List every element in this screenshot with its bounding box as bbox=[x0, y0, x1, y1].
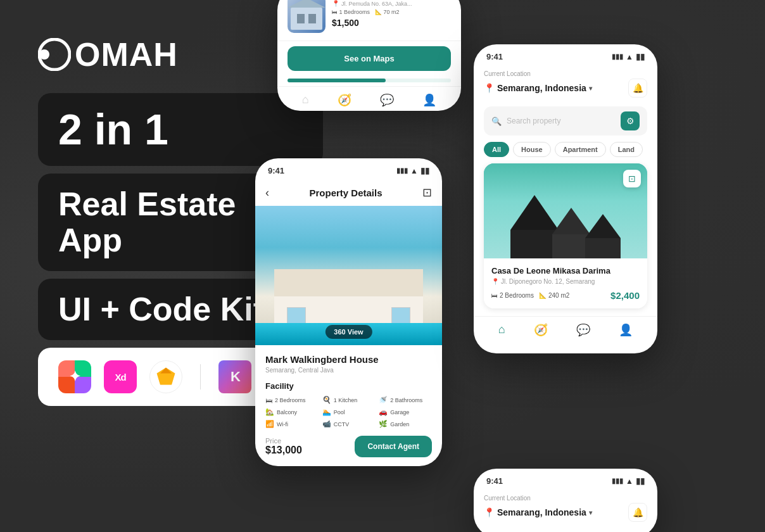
property-address: 📍 Jl. Diponegoro No. 12, Semarang bbox=[491, 278, 640, 285]
detail-prop-location: Semarang, Central Java bbox=[265, 367, 432, 374]
svg-rect-17 bbox=[297, 14, 305, 23]
filter-tab-all[interactable]: All bbox=[484, 142, 509, 157]
property-address-text: Jl. Diponegoro No. 12, Semarang bbox=[501, 278, 595, 285]
top-prop-address-text: Jl. Pemuda No. 63A, Jaka... bbox=[341, 1, 412, 7]
logo-text: OMAH bbox=[75, 38, 178, 71]
filter-button[interactable]: ⚙ bbox=[621, 111, 640, 130]
save-header-button[interactable]: ⊡ bbox=[422, 186, 432, 200]
facility-cctv: 📹 CCTV bbox=[322, 420, 376, 428]
svg-rect-18 bbox=[308, 14, 316, 23]
xd-icon: Xd bbox=[104, 360, 137, 393]
logo-icon bbox=[38, 38, 71, 71]
filter-tab-house[interactable]: House bbox=[513, 142, 551, 157]
battery-right-bottom-icon: ▮▮ bbox=[636, 476, 645, 486]
phones-area: 📍 Jl. Pemuda No. 63A, Jaka... 🛏 1 Bedroo… bbox=[195, 0, 765, 532]
facility-title: Facility bbox=[265, 381, 432, 391]
top-prop-bedrooms: 1 Bedrooms bbox=[339, 9, 370, 15]
detail-property-image: 360 View bbox=[255, 206, 442, 345]
home-nav-right-top-icon[interactable]: ⌂ bbox=[498, 323, 505, 337]
facility-bathrooms: 🚿 2 Bathrooms bbox=[379, 396, 432, 404]
facility-balcony: 🏡 Balcony bbox=[265, 408, 319, 416]
wifi-right-top-icon: ▲ bbox=[626, 53, 633, 61]
see-maps-button[interactable]: See on Maps bbox=[288, 46, 451, 71]
size-meta: 📐 240 m2 bbox=[539, 292, 569, 299]
search-placeholder: Search property bbox=[507, 117, 616, 125]
signal-icon: ▮▮▮ bbox=[396, 167, 408, 175]
price-amount: $13,000 bbox=[265, 445, 302, 456]
status-bar-right-top: 9:41 ▮▮▮ ▲ ▮▮ bbox=[474, 44, 657, 65]
phone-right-top: 9:41 ▮▮▮ ▲ ▮▮ Current Location 📍 Semaran… bbox=[474, 44, 657, 353]
location-name-bottom-text: Semarang, Indonesia bbox=[497, 507, 586, 517]
prop-detail-header: ‹ Property Details ⊡ bbox=[255, 179, 442, 206]
top-prop-price: $1,500 bbox=[332, 18, 451, 28]
top-property-item: 📍 Jl. Pemuda No. 63A, Jaka... 🛏 1 Bedroo… bbox=[277, 0, 461, 41]
location-chevron-icon: ▾ bbox=[589, 85, 592, 92]
current-location-label-bottom: Current Location bbox=[484, 495, 647, 502]
profile-nav-right-top-icon[interactable]: 👤 bbox=[619, 323, 633, 337]
property-card-right-top: ⊡ Casa De Leone Mikasa Darima 📍 Jl. Dipo… bbox=[484, 163, 647, 308]
phone-right-top-header: Current Location 📍 Semarang, Indonesia ▾… bbox=[474, 65, 657, 100]
property-info: Casa De Leone Mikasa Darima 📍 Jl. Dipone… bbox=[484, 258, 647, 308]
chat-nav-icon[interactable]: 💬 bbox=[380, 93, 394, 107]
svg-rect-15 bbox=[291, 8, 322, 30]
explore-nav-icon[interactable]: 🧭 bbox=[338, 93, 351, 107]
filter-tabs: All House Apartment Land bbox=[474, 142, 657, 157]
bottom-nav-top-mid: ⌂ 🧭 💬 👤 bbox=[277, 86, 461, 111]
current-location-label: Current Location bbox=[484, 70, 647, 77]
facility-bedrooms: 🛏 2 Bedrooms bbox=[265, 396, 319, 404]
facility-pool: 🏊 Pool bbox=[322, 408, 376, 416]
location-name-text: Semarang, Indonesia bbox=[497, 83, 586, 93]
price-section: Price $13,000 Contact Agent bbox=[265, 436, 432, 457]
filter-tab-land[interactable]: Land bbox=[610, 142, 643, 157]
price-label: Price bbox=[265, 437, 302, 445]
facility-grid: 🛏 2 Bedrooms 🍳 1 Kitchen 🚿 2 Bathrooms 🏡… bbox=[265, 396, 432, 428]
phone-top-mid: 📍 Jl. Pemuda No. 63A, Jaka... 🛏 1 Bedroo… bbox=[277, 0, 461, 111]
view-360-label[interactable]: 360 View bbox=[325, 325, 372, 339]
wifi-right-bottom-icon: ▲ bbox=[626, 477, 633, 486]
property-price: $2,400 bbox=[610, 290, 640, 301]
status-time-right-top: 9:41 bbox=[486, 52, 503, 61]
filter-tab-apartment[interactable]: Apartment bbox=[555, 142, 606, 157]
facility-garden: 🌿 Garden bbox=[379, 420, 432, 428]
detail-info: Mark Walkingberd House Semarang, Central… bbox=[255, 345, 442, 466]
phone-right-bottom: 9:41 ▮▮▮ ▲ ▮▮ Current Location 📍 Semaran… bbox=[474, 469, 657, 532]
detail-prop-name: Mark Walkingberd House bbox=[265, 354, 432, 365]
bottom-nav-right-top: ⌂ 🧭 💬 👤 bbox=[474, 316, 657, 341]
wifi-icon: ▲ bbox=[410, 167, 418, 175]
search-bar[interactable]: 🔍 Search property ⚙ bbox=[484, 106, 647, 136]
location-pin-icon: 📍 bbox=[484, 83, 495, 93]
chat-nav-right-top-icon[interactable]: 💬 bbox=[576, 323, 590, 337]
facility-wifi: 📶 Wi-fi bbox=[265, 420, 319, 428]
profile-nav-icon[interactable]: 👤 bbox=[422, 93, 436, 107]
detail-title: Property Details bbox=[309, 187, 382, 198]
facility-kitchen: 🍳 1 Kitchen bbox=[322, 396, 376, 404]
figma-icon: ✦ bbox=[58, 360, 91, 393]
facility-garage: 🚗 Garage bbox=[379, 408, 432, 416]
property-meta: 🛏 2 Bedrooms 📐 240 m2 $2,400 bbox=[491, 290, 640, 301]
phone-right-bottom-header: Current Location 📍 Semarang, Indonesia ▾… bbox=[474, 490, 657, 524]
status-bar-right-bottom: 9:41 ▮▮▮ ▲ ▮▮ bbox=[474, 469, 657, 490]
home-nav-icon[interactable]: ⌂ bbox=[302, 93, 309, 107]
location-chevron-bottom-icon: ▾ bbox=[589, 509, 592, 516]
battery-right-top-icon: ▮▮ bbox=[636, 52, 645, 61]
search-icon: 🔍 bbox=[491, 117, 502, 126]
signal-right-bottom-icon: ▮▮▮ bbox=[612, 477, 623, 485]
top-prop-image bbox=[288, 0, 326, 33]
status-time-right-bottom: 9:41 bbox=[486, 476, 503, 486]
contact-agent-button[interactable]: Contact Agent bbox=[355, 436, 432, 457]
property-save-button[interactable]: ⊡ bbox=[623, 170, 641, 187]
size-text: 240 m2 bbox=[548, 292, 569, 299]
phone-center: 9:41 ▮▮▮ ▲ ▮▮ ‹ Property Details ⊡ bbox=[255, 158, 442, 466]
location-pin-bottom-icon: 📍 bbox=[484, 507, 495, 517]
notification-bell-button[interactable]: 🔔 bbox=[628, 79, 647, 98]
notification-bell-bottom-button[interactable]: 🔔 bbox=[628, 503, 647, 522]
property-card-image: ⊡ bbox=[484, 163, 647, 258]
explore-nav-right-top-icon[interactable]: 🧭 bbox=[534, 323, 548, 337]
svg-point-1 bbox=[39, 49, 49, 60]
top-prop-size: 70 m2 bbox=[384, 9, 400, 15]
svg-marker-16 bbox=[288, 0, 326, 8]
battery-icon: ▮▮ bbox=[420, 166, 429, 175]
bedrooms-text: 2 Bedrooms bbox=[500, 292, 534, 299]
signal-right-top-icon: ▮▮▮ bbox=[612, 53, 623, 61]
back-button[interactable]: ‹ bbox=[265, 186, 269, 200]
